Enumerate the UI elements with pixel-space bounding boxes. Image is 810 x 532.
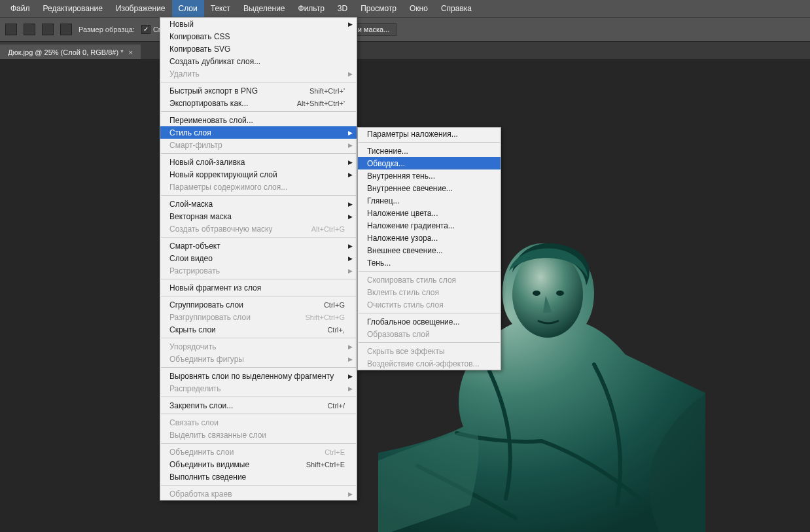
menuitem: Скрыть все эффекты bbox=[358, 345, 501, 357]
menu-3D[interactable]: 3D bbox=[331, 0, 354, 17]
menuitem[interactable]: Слой-маска bbox=[160, 198, 357, 210]
menuitem: Смарт-фильтр bbox=[160, 139, 357, 151]
menu-Справка[interactable]: Справка bbox=[434, 0, 478, 17]
main-menubar[interactable]: ФайлРедактированиеИзображениеСлоиТекстВы… bbox=[0, 0, 810, 17]
menuitem: Упорядочить bbox=[160, 340, 357, 353]
menu-Редактирование[interactable]: Редактирование bbox=[37, 0, 109, 17]
selection-sub-icon[interactable] bbox=[60, 24, 72, 35]
menuitem[interactable]: Наложение цвета... bbox=[358, 207, 501, 219]
menuitem[interactable]: Экспортировать как...Alt+Shift+Ctrl+' bbox=[160, 97, 357, 109]
menuitem[interactable]: Внешнее свечение... bbox=[358, 244, 501, 257]
menuitem: Разгруппировать слоиShift+Ctrl+G bbox=[160, 311, 357, 323]
menuitem: Обработка краев bbox=[160, 488, 357, 500]
svg-point-6 bbox=[556, 291, 564, 296]
menuitem[interactable]: Смарт-объект bbox=[160, 239, 357, 252]
svg-point-5 bbox=[533, 291, 540, 296]
menuitem[interactable]: Наложение градиента... bbox=[358, 219, 501, 232]
menuitem[interactable]: Обводка... bbox=[358, 157, 501, 169]
layers-menu[interactable]: НовыйКопировать CSSКопировать SVGСоздать… bbox=[160, 17, 357, 501]
document-tab[interactable]: Дюк.jpg @ 25% (Слой 0, RGB/8#) * × bbox=[0, 44, 141, 60]
menuitem: Скопировать стиль слоя bbox=[358, 274, 501, 286]
menuitem: Параметры содержимого слоя... bbox=[160, 181, 357, 193]
menuitem[interactable]: Быстрый экспорт в PNGShift+Ctrl+' bbox=[160, 84, 357, 97]
menuitem: Объединить фигуры bbox=[160, 353, 357, 365]
menuitem[interactable]: Копировать SVG bbox=[160, 43, 357, 55]
menuitem[interactable]: Параметры наложения... bbox=[358, 128, 501, 140]
menuitem: Создать обтравочную маскуAlt+Ctrl+G bbox=[160, 222, 357, 235]
menuitem[interactable]: Выровнять слои по выделенному фрагменту bbox=[160, 370, 357, 382]
menu-Текст[interactable]: Текст bbox=[204, 0, 237, 17]
sample-size-label: Размер образца: bbox=[79, 26, 135, 33]
menuitem: Очистить стиль слоя bbox=[358, 298, 501, 311]
menuitem[interactable]: Новый фрагмент из слоя bbox=[160, 281, 357, 294]
menuitem[interactable]: Векторная маска bbox=[160, 210, 357, 222]
svg-point-4 bbox=[512, 251, 583, 338]
menuitem: Распределить bbox=[160, 382, 357, 395]
menuitem[interactable]: Выполнить сведение bbox=[160, 470, 357, 483]
menuitem[interactable]: Стиль слоя bbox=[160, 126, 357, 139]
menuitem[interactable]: Сгруппировать слоиCtrl+G bbox=[160, 298, 357, 311]
menuitem: Воздействие слой-эффектов... bbox=[358, 357, 501, 370]
menuitem[interactable]: Наложение узора... bbox=[358, 232, 501, 244]
menuitem[interactable]: Слои видео bbox=[160, 252, 357, 264]
menuitem[interactable]: Внутреннее свечение... bbox=[358, 182, 501, 194]
layer-style-submenu[interactable]: Параметры наложения...Тиснение...Обводка… bbox=[357, 127, 501, 370]
menu-Просмотр[interactable]: Просмотр bbox=[354, 0, 403, 17]
selection-new-icon[interactable] bbox=[24, 24, 35, 35]
menu-Слои[interactable]: Слои bbox=[172, 0, 204, 17]
menu-Файл[interactable]: Файл bbox=[4, 0, 37, 17]
menu-Выделение[interactable]: Выделение bbox=[237, 0, 292, 17]
menuitem[interactable]: Копировать CSS bbox=[160, 30, 357, 43]
menuitem[interactable]: Создать дубликат слоя... bbox=[160, 55, 357, 67]
menuitem[interactable]: Новый корректирующий слой bbox=[160, 168, 357, 181]
menu-Фильтр[interactable]: Фильтр bbox=[292, 0, 331, 17]
menuitem: Выделить связанные слои bbox=[160, 429, 357, 441]
options-bar: Размер образца: ✓Смеж.пикс Образец со вс… bbox=[0, 17, 810, 41]
menuitem[interactable]: Объединить видимыеShift+Ctrl+E bbox=[160, 458, 357, 470]
menuitem: Удалить bbox=[160, 67, 357, 80]
tool-preset-icon[interactable] bbox=[5, 24, 17, 35]
menuitem[interactable]: Переименовать слой... bbox=[160, 114, 357, 126]
menuitem: Вклеить стиль слоя bbox=[358, 286, 501, 298]
menuitem[interactable]: Внутренняя тень... bbox=[358, 169, 501, 182]
document-tabs: Дюк.jpg @ 25% (Слой 0, RGB/8#) * × bbox=[0, 41, 810, 60]
menuitem[interactable]: Тень... bbox=[358, 257, 501, 269]
menu-Изображение[interactable]: Изображение bbox=[109, 0, 172, 17]
menuitem[interactable]: Скрыть слоиCtrl+, bbox=[160, 323, 357, 336]
tab-title: Дюк.jpg @ 25% (Слой 0, RGB/8#) * bbox=[8, 48, 123, 56]
menuitem[interactable]: Закрепить слои...Ctrl+/ bbox=[160, 399, 357, 412]
menuitem: Связать слои bbox=[160, 416, 357, 429]
menuitem[interactable]: Глянец... bbox=[358, 194, 501, 207]
menuitem[interactable]: Новый слой-заливка bbox=[160, 156, 357, 168]
menuitem[interactable]: Глобальное освещение... bbox=[358, 315, 501, 328]
menuitem: Объединить слоиCtrl+E bbox=[160, 446, 357, 458]
menuitem: Растрировать bbox=[160, 264, 357, 277]
menuitem: Образовать слой bbox=[358, 328, 501, 340]
menuitem[interactable]: Новый bbox=[160, 18, 357, 30]
menu-Окно[interactable]: Окно bbox=[403, 0, 434, 17]
menuitem[interactable]: Тиснение... bbox=[358, 145, 501, 157]
close-icon[interactable]: × bbox=[128, 48, 132, 56]
selection-add-icon[interactable] bbox=[42, 24, 54, 35]
